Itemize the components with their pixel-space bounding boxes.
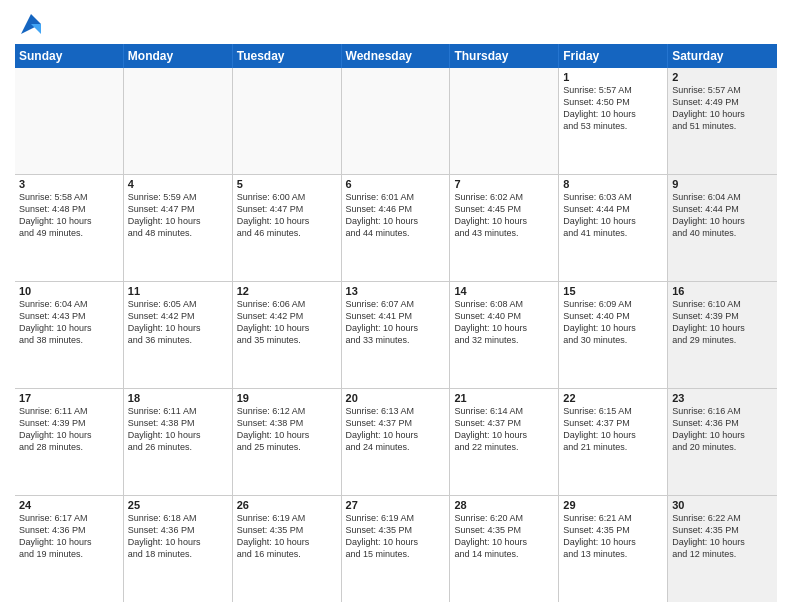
calendar-cell: 15Sunrise: 6:09 AM Sunset: 4:40 PM Dayli… xyxy=(559,282,668,388)
calendar-cell: 21Sunrise: 6:14 AM Sunset: 4:37 PM Dayli… xyxy=(450,389,559,495)
day-number: 20 xyxy=(346,392,446,404)
svg-marker-1 xyxy=(31,24,41,34)
day-info: Sunrise: 5:57 AM Sunset: 4:49 PM Dayligh… xyxy=(672,84,773,133)
day-number: 16 xyxy=(672,285,773,297)
day-info: Sunrise: 6:21 AM Sunset: 4:35 PM Dayligh… xyxy=(563,512,663,561)
calendar-row: 24Sunrise: 6:17 AM Sunset: 4:36 PM Dayli… xyxy=(15,496,777,602)
day-number: 21 xyxy=(454,392,554,404)
header-cell-thursday: Thursday xyxy=(450,44,559,68)
day-info: Sunrise: 6:07 AM Sunset: 4:41 PM Dayligh… xyxy=(346,298,446,347)
day-info: Sunrise: 6:01 AM Sunset: 4:46 PM Dayligh… xyxy=(346,191,446,240)
calendar-row: 10Sunrise: 6:04 AM Sunset: 4:43 PM Dayli… xyxy=(15,282,777,389)
day-info: Sunrise: 5:59 AM Sunset: 4:47 PM Dayligh… xyxy=(128,191,228,240)
calendar-cell: 22Sunrise: 6:15 AM Sunset: 4:37 PM Dayli… xyxy=(559,389,668,495)
calendar-row: 17Sunrise: 6:11 AM Sunset: 4:39 PM Dayli… xyxy=(15,389,777,496)
calendar-cell: 2Sunrise: 5:57 AM Sunset: 4:49 PM Daylig… xyxy=(668,68,777,174)
day-info: Sunrise: 6:03 AM Sunset: 4:44 PM Dayligh… xyxy=(563,191,663,240)
day-info: Sunrise: 6:00 AM Sunset: 4:47 PM Dayligh… xyxy=(237,191,337,240)
calendar-cell: 29Sunrise: 6:21 AM Sunset: 4:35 PM Dayli… xyxy=(559,496,668,602)
calendar-body: 1Sunrise: 5:57 AM Sunset: 4:50 PM Daylig… xyxy=(15,68,777,602)
calendar-cell: 4Sunrise: 5:59 AM Sunset: 4:47 PM Daylig… xyxy=(124,175,233,281)
calendar-cell: 26Sunrise: 6:19 AM Sunset: 4:35 PM Dayli… xyxy=(233,496,342,602)
day-info: Sunrise: 6:02 AM Sunset: 4:45 PM Dayligh… xyxy=(454,191,554,240)
day-info: Sunrise: 6:19 AM Sunset: 4:35 PM Dayligh… xyxy=(237,512,337,561)
day-info: Sunrise: 6:14 AM Sunset: 4:37 PM Dayligh… xyxy=(454,405,554,454)
calendar-cell: 19Sunrise: 6:12 AM Sunset: 4:38 PM Dayli… xyxy=(233,389,342,495)
calendar-cell: 17Sunrise: 6:11 AM Sunset: 4:39 PM Dayli… xyxy=(15,389,124,495)
day-info: Sunrise: 6:06 AM Sunset: 4:42 PM Dayligh… xyxy=(237,298,337,347)
day-number: 30 xyxy=(672,499,773,511)
calendar-header: SundayMondayTuesdayWednesdayThursdayFrid… xyxy=(15,44,777,68)
day-info: Sunrise: 6:11 AM Sunset: 4:39 PM Dayligh… xyxy=(19,405,119,454)
day-number: 19 xyxy=(237,392,337,404)
header-cell-wednesday: Wednesday xyxy=(342,44,451,68)
day-number: 11 xyxy=(128,285,228,297)
day-info: Sunrise: 5:58 AM Sunset: 4:48 PM Dayligh… xyxy=(19,191,119,240)
page: SundayMondayTuesdayWednesdayThursdayFrid… xyxy=(0,0,792,612)
day-number: 22 xyxy=(563,392,663,404)
calendar-cell: 14Sunrise: 6:08 AM Sunset: 4:40 PM Dayli… xyxy=(450,282,559,388)
day-number: 25 xyxy=(128,499,228,511)
calendar-cell: 12Sunrise: 6:06 AM Sunset: 4:42 PM Dayli… xyxy=(233,282,342,388)
day-number: 7 xyxy=(454,178,554,190)
calendar-row: 3Sunrise: 5:58 AM Sunset: 4:48 PM Daylig… xyxy=(15,175,777,282)
day-info: Sunrise: 6:12 AM Sunset: 4:38 PM Dayligh… xyxy=(237,405,337,454)
calendar-cell xyxy=(233,68,342,174)
day-info: Sunrise: 6:22 AM Sunset: 4:35 PM Dayligh… xyxy=(672,512,773,561)
day-number: 23 xyxy=(672,392,773,404)
day-info: Sunrise: 6:04 AM Sunset: 4:43 PM Dayligh… xyxy=(19,298,119,347)
day-info: Sunrise: 6:19 AM Sunset: 4:35 PM Dayligh… xyxy=(346,512,446,561)
day-info: Sunrise: 6:16 AM Sunset: 4:36 PM Dayligh… xyxy=(672,405,773,454)
day-info: Sunrise: 6:17 AM Sunset: 4:36 PM Dayligh… xyxy=(19,512,119,561)
calendar-cell: 27Sunrise: 6:19 AM Sunset: 4:35 PM Dayli… xyxy=(342,496,451,602)
calendar-cell: 3Sunrise: 5:58 AM Sunset: 4:48 PM Daylig… xyxy=(15,175,124,281)
day-number: 17 xyxy=(19,392,119,404)
calendar-cell: 16Sunrise: 6:10 AM Sunset: 4:39 PM Dayli… xyxy=(668,282,777,388)
calendar-row: 1Sunrise: 5:57 AM Sunset: 4:50 PM Daylig… xyxy=(15,68,777,175)
header-cell-tuesday: Tuesday xyxy=(233,44,342,68)
day-number: 18 xyxy=(128,392,228,404)
header-cell-friday: Friday xyxy=(559,44,668,68)
day-number: 1 xyxy=(563,71,663,83)
day-info: Sunrise: 6:15 AM Sunset: 4:37 PM Dayligh… xyxy=(563,405,663,454)
calendar-cell: 23Sunrise: 6:16 AM Sunset: 4:36 PM Dayli… xyxy=(668,389,777,495)
day-info: Sunrise: 6:04 AM Sunset: 4:44 PM Dayligh… xyxy=(672,191,773,240)
logo-icon xyxy=(17,10,45,38)
calendar-cell xyxy=(124,68,233,174)
day-number: 3 xyxy=(19,178,119,190)
day-info: Sunrise: 6:13 AM Sunset: 4:37 PM Dayligh… xyxy=(346,405,446,454)
day-number: 4 xyxy=(128,178,228,190)
calendar-cell: 28Sunrise: 6:20 AM Sunset: 4:35 PM Dayli… xyxy=(450,496,559,602)
day-number: 9 xyxy=(672,178,773,190)
day-number: 10 xyxy=(19,285,119,297)
calendar-cell: 10Sunrise: 6:04 AM Sunset: 4:43 PM Dayli… xyxy=(15,282,124,388)
header xyxy=(15,10,777,38)
day-number: 12 xyxy=(237,285,337,297)
calendar-cell: 7Sunrise: 6:02 AM Sunset: 4:45 PM Daylig… xyxy=(450,175,559,281)
calendar-cell: 25Sunrise: 6:18 AM Sunset: 4:36 PM Dayli… xyxy=(124,496,233,602)
day-info: Sunrise: 5:57 AM Sunset: 4:50 PM Dayligh… xyxy=(563,84,663,133)
day-info: Sunrise: 6:20 AM Sunset: 4:35 PM Dayligh… xyxy=(454,512,554,561)
calendar-cell: 6Sunrise: 6:01 AM Sunset: 4:46 PM Daylig… xyxy=(342,175,451,281)
calendar-cell: 20Sunrise: 6:13 AM Sunset: 4:37 PM Dayli… xyxy=(342,389,451,495)
day-info: Sunrise: 6:11 AM Sunset: 4:38 PM Dayligh… xyxy=(128,405,228,454)
calendar-cell: 18Sunrise: 6:11 AM Sunset: 4:38 PM Dayli… xyxy=(124,389,233,495)
calendar-cell: 11Sunrise: 6:05 AM Sunset: 4:42 PM Dayli… xyxy=(124,282,233,388)
calendar-cell xyxy=(450,68,559,174)
calendar-cell: 24Sunrise: 6:17 AM Sunset: 4:36 PM Dayli… xyxy=(15,496,124,602)
calendar-cell xyxy=(15,68,124,174)
calendar-cell xyxy=(342,68,451,174)
calendar-cell: 9Sunrise: 6:04 AM Sunset: 4:44 PM Daylig… xyxy=(668,175,777,281)
header-cell-saturday: Saturday xyxy=(668,44,777,68)
header-cell-monday: Monday xyxy=(124,44,233,68)
day-number: 27 xyxy=(346,499,446,511)
calendar-cell: 13Sunrise: 6:07 AM Sunset: 4:41 PM Dayli… xyxy=(342,282,451,388)
calendar-cell: 1Sunrise: 5:57 AM Sunset: 4:50 PM Daylig… xyxy=(559,68,668,174)
logo xyxy=(15,10,45,38)
day-number: 29 xyxy=(563,499,663,511)
calendar-cell: 8Sunrise: 6:03 AM Sunset: 4:44 PM Daylig… xyxy=(559,175,668,281)
day-number: 24 xyxy=(19,499,119,511)
day-number: 2 xyxy=(672,71,773,83)
header-cell-sunday: Sunday xyxy=(15,44,124,68)
day-number: 14 xyxy=(454,285,554,297)
